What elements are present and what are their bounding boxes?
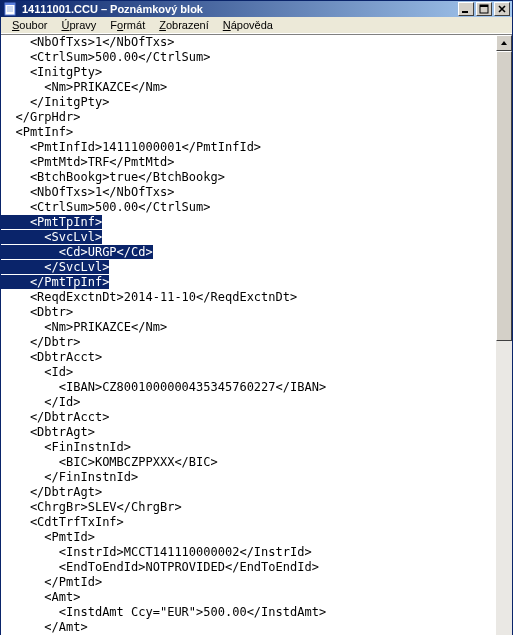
editor-line[interactable]: <Nm>PRIKAZCE</Nm>	[1, 320, 495, 335]
editor-line[interactable]: <Dbtr>	[1, 305, 495, 320]
editor-line[interactable]: <InstrId>MCCT141110000002</InstrId>	[1, 545, 495, 560]
editor-content[interactable]: <NbOfTxs>1</NbOfTxs> <CtrlSum>500.00</Ct…	[1, 35, 495, 635]
editor-line[interactable]: <Id>	[1, 365, 495, 380]
maximize-button[interactable]	[476, 2, 492, 16]
editor-line[interactable]: </Id>	[1, 395, 495, 410]
editor-line[interactable]: <CtrlSum>500.00</CtrlSum>	[1, 200, 495, 215]
text-editor[interactable]: <NbOfTxs>1</NbOfTxs> <CtrlSum>500.00</Ct…	[1, 35, 495, 635]
editor-line[interactable]: <Cd>URGP</Cd>	[1, 245, 495, 260]
client-area: <NbOfTxs>1</NbOfTxs> <CtrlSum>500.00</Ct…	[1, 34, 512, 635]
menu-item[interactable]: Soubor	[5, 17, 54, 33]
titlebar[interactable]: 14111001.CCU – Poznámkový blok	[1, 1, 512, 17]
editor-line[interactable]: <InitgPty>	[1, 65, 495, 80]
scroll-up-button[interactable]	[496, 35, 512, 51]
editor-line[interactable]: </PmtTpInf>	[1, 275, 495, 290]
editor-line[interactable]: <CtrlSum>500.00</CtrlSum>	[1, 50, 495, 65]
editor-line[interactable]: <DbtrAcct>	[1, 350, 495, 365]
scroll-track-vertical[interactable]	[496, 51, 512, 635]
vertical-scrollbar[interactable]	[495, 35, 512, 635]
editor-line[interactable]: </SvcLvl>	[1, 260, 495, 275]
editor-line[interactable]: </PmtId>	[1, 575, 495, 590]
editor-line[interactable]: <PmtTpInf>	[1, 215, 495, 230]
editor-line[interactable]: </Dbtr>	[1, 335, 495, 350]
menu-item[interactable]: Formát	[103, 17, 152, 33]
editor-line[interactable]: <CdtTrfTxInf>	[1, 515, 495, 530]
notepad-window: 14111001.CCU – Poznámkový blok SouborÚpr…	[0, 0, 513, 635]
editor-line[interactable]: </DbtrAcct>	[1, 410, 495, 425]
editor-line[interactable]: <FinInstnId>	[1, 440, 495, 455]
notepad-icon	[3, 1, 19, 17]
menu-item[interactable]: Úpravy	[54, 17, 103, 33]
window-title: 14111001.CCU – Poznámkový blok	[22, 3, 458, 15]
editor-line[interactable]: <BIC>KOMBCZPPXXX</BIC>	[1, 455, 495, 470]
menu-item[interactable]: Zobrazení	[152, 17, 216, 33]
editor-line[interactable]: <Nm>PRIKAZCE</Nm>	[1, 80, 495, 95]
editor-line[interactable]: <ChrgBr>SLEV</ChrgBr>	[1, 500, 495, 515]
editor-line[interactable]: <DbtrAgt>	[1, 425, 495, 440]
editor-line[interactable]: <ReqdExctnDt>2014-11-10</ReqdExctnDt>	[1, 290, 495, 305]
minimize-button[interactable]	[458, 2, 474, 16]
editor-line[interactable]: <IBAN>CZ8001000000435345760227</IBAN>	[1, 380, 495, 395]
title-buttons	[458, 2, 512, 16]
svg-rect-1	[5, 3, 15, 5]
svg-rect-7	[480, 5, 488, 7]
editor-line[interactable]: <PmtInfId>14111000001</PmtInfId>	[1, 140, 495, 155]
editor-line[interactable]: <BtchBookg>true</BtchBookg>	[1, 170, 495, 185]
editor-line[interactable]: </FinInstnId>	[1, 470, 495, 485]
editor-line[interactable]: </InitgPty>	[1, 95, 495, 110]
editor-line[interactable]: <InstdAmt Ccy="EUR">500.00</InstdAmt>	[1, 605, 495, 620]
close-button[interactable]	[494, 2, 510, 16]
editor-line[interactable]: <Amt>	[1, 590, 495, 605]
editor-line[interactable]: <NbOfTxs>1</NbOfTxs>	[1, 185, 495, 200]
svg-rect-5	[462, 11, 468, 13]
editor-line[interactable]: </DbtrAgt>	[1, 485, 495, 500]
menubar: SouborÚpravyFormátZobrazeníNápověda	[1, 17, 512, 34]
scroll-thumb-vertical[interactable]	[496, 51, 512, 341]
editor-line[interactable]: <NbOfTxs>1</NbOfTxs>	[1, 35, 495, 50]
editor-line[interactable]: <EndToEndId>NOTPROVIDED</EndToEndId>	[1, 560, 495, 575]
editor-line[interactable]: <PmtInf>	[1, 125, 495, 140]
editor-line[interactable]: <SvcLvl>	[1, 230, 495, 245]
editor-line[interactable]: <PmtId>	[1, 530, 495, 545]
svg-marker-8	[501, 41, 507, 45]
editor-line[interactable]: <PmtMtd>TRF</PmtMtd>	[1, 155, 495, 170]
editor-line[interactable]: </GrpHdr>	[1, 110, 495, 125]
editor-line[interactable]: </Amt>	[1, 620, 495, 635]
menu-item[interactable]: Nápověda	[216, 17, 280, 33]
